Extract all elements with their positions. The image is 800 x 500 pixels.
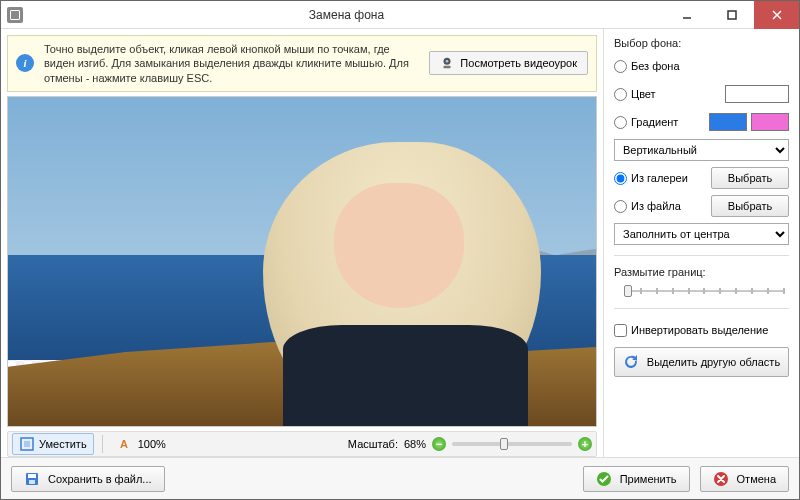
cancel-icon <box>713 471 729 487</box>
apply-button[interactable]: Применить <box>583 466 690 492</box>
divider <box>614 255 789 256</box>
zoom-in-button[interactable]: + <box>578 437 592 451</box>
zoom-slider-thumb[interactable] <box>500 438 508 450</box>
radio-color[interactable] <box>614 88 627 101</box>
hundred-icon: A <box>118 436 134 452</box>
scale-label: Масштаб: <box>348 438 398 450</box>
zoom-slider[interactable] <box>452 442 572 446</box>
gradient-swatch-b[interactable] <box>751 113 789 131</box>
radio-file-label: Из файла <box>631 200 681 212</box>
separator <box>102 435 103 453</box>
svg-point-5 <box>446 60 449 63</box>
reselect-label: Выделить другую область <box>647 356 780 368</box>
maximize-button[interactable] <box>709 1 754 29</box>
save-label: Сохранить в файл... <box>48 473 152 485</box>
bg-option-color[interactable]: Цвет <box>614 83 789 105</box>
svg-text:A: A <box>120 438 128 450</box>
fit-to-window-button[interactable]: Уместить <box>12 433 94 455</box>
info-icon: i <box>16 54 34 72</box>
svg-rect-6 <box>444 66 451 69</box>
window-title: Замена фона <box>29 8 664 22</box>
radio-color-label: Цвет <box>631 88 656 100</box>
floppy-icon <box>24 471 40 487</box>
composited-image <box>8 97 596 426</box>
bg-heading: Выбор фона: <box>614 37 789 49</box>
watch-video-button[interactable]: Посмотреть видеоурок <box>429 51 588 75</box>
reselect-area-button[interactable]: Выделить другую область <box>614 347 789 377</box>
footer: Сохранить в файл... Применить Отмена <box>1 457 799 499</box>
zoom-out-button[interactable]: − <box>432 437 446 451</box>
close-button[interactable] <box>754 1 799 29</box>
apply-label: Применить <box>620 473 677 485</box>
bg-option-file[interactable]: Из файла Выбрать <box>614 195 789 217</box>
window-controls <box>664 1 799 29</box>
gradient-direction-select[interactable]: Вертикальный <box>614 139 789 161</box>
radio-none[interactable] <box>614 60 627 73</box>
watch-video-label: Посмотреть видеоурок <box>460 57 577 69</box>
main-area: i Точно выделите объект, кликая левой кн… <box>1 29 799 457</box>
image-canvas[interactable] <box>7 96 597 427</box>
svg-rect-10 <box>28 474 36 478</box>
editor-pane: i Точно выделите объект, кликая левой кн… <box>1 29 603 457</box>
radio-gradient-label: Градиент <box>631 116 678 128</box>
canvas-statusbar: Уместить A 100% Масштаб: 68% − + <box>7 431 597 457</box>
zoom-100-label: 100% <box>138 438 166 450</box>
invert-checkbox[interactable] <box>614 324 627 337</box>
color-swatch[interactable] <box>725 85 789 103</box>
radio-gradient[interactable] <box>614 116 627 129</box>
blur-slider[interactable] <box>614 284 789 298</box>
app-icon <box>7 7 23 23</box>
blur-heading: Размытие границ: <box>614 266 789 278</box>
svg-rect-11 <box>29 480 35 484</box>
invert-row[interactable]: Инвертировать выделение <box>614 319 789 341</box>
bg-option-gallery[interactable]: Из галереи Выбрать <box>614 167 789 189</box>
radio-file[interactable] <box>614 200 627 213</box>
cancel-label: Отмена <box>737 473 776 485</box>
minimize-button[interactable] <box>664 1 709 29</box>
file-choose-button[interactable]: Выбрать <box>711 195 789 217</box>
radio-none-label: Без фона <box>631 60 680 72</box>
invert-label: Инвертировать выделение <box>631 324 768 336</box>
scale-value: 68% <box>404 438 426 450</box>
gradient-swatch-a[interactable] <box>709 113 747 131</box>
zoom-100-button[interactable]: A 100% <box>111 433 173 455</box>
radio-gallery[interactable] <box>614 172 627 185</box>
fit-label: Уместить <box>39 438 87 450</box>
fit-icon <box>19 436 35 452</box>
divider <box>614 308 789 309</box>
gallery-choose-button[interactable]: Выбрать <box>711 167 789 189</box>
background-panel: Выбор фона: Без фона Цвет Градиент Верти… <box>603 29 799 457</box>
check-icon <box>596 471 612 487</box>
cancel-button[interactable]: Отмена <box>700 466 789 492</box>
blur-slider-thumb[interactable] <box>624 285 632 297</box>
bg-option-none[interactable]: Без фона <box>614 55 789 77</box>
refresh-icon <box>623 354 639 370</box>
hint-bar: i Точно выделите объект, кликая левой кн… <box>7 35 597 92</box>
hint-text: Точно выделите объект, кликая левой кноп… <box>44 42 419 85</box>
webcam-icon <box>440 56 454 70</box>
save-to-file-button[interactable]: Сохранить в файл... <box>11 466 165 492</box>
svg-rect-1 <box>728 11 736 19</box>
bg-option-gradient[interactable]: Градиент <box>614 111 789 133</box>
radio-gallery-label: Из галереи <box>631 172 688 184</box>
titlebar: Замена фона <box>1 1 799 29</box>
fill-mode-select[interactable]: Заполнить от центра <box>614 223 789 245</box>
